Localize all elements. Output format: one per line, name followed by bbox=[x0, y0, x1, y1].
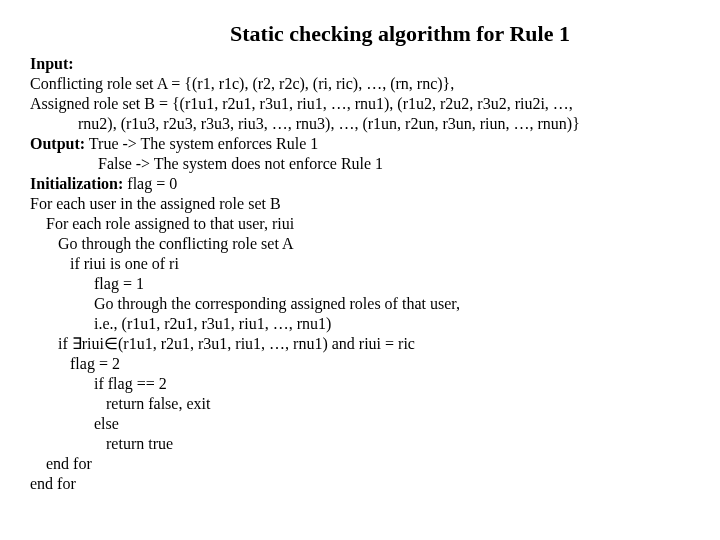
input-label: Input: bbox=[30, 54, 690, 74]
init-label: Initialization: bbox=[30, 175, 123, 192]
initialization-line: Initialization: flag = 0 bbox=[30, 174, 690, 194]
line-return-false: return false, exit bbox=[30, 394, 690, 414]
line-return-true: return true bbox=[30, 434, 690, 454]
assigned-set-line1: Assigned role set B = {(r1u1, r2u1, r3u1… bbox=[30, 94, 690, 114]
line-for-user: For each user in the assigned role set B bbox=[30, 194, 690, 214]
line-endfor-inner: end for bbox=[30, 454, 690, 474]
line-else: else bbox=[30, 414, 690, 434]
conflicting-set: Conflicting role set A = {(r1, r1c), (r2… bbox=[30, 74, 690, 94]
line-if-riui: if riui is one of ri bbox=[30, 254, 690, 274]
line-go-through-a: Go through the conflicting role set A bbox=[30, 234, 690, 254]
output-true: True -> The system enforces Rule 1 bbox=[89, 135, 318, 152]
algorithm-body: Input: Conflicting role set A = {(r1, r1… bbox=[30, 54, 690, 494]
init-value: flag = 0 bbox=[123, 175, 177, 192]
line-if-exists: if ∃riui∈(r1u1, r2u1, r3u1, riu1, …, rnu… bbox=[30, 334, 690, 354]
line-flag2: flag = 2 bbox=[30, 354, 690, 374]
assigned-set-line2: rnu2), (r1u3, r2u3, r3u3, riu3, …, rnu3)… bbox=[30, 114, 690, 134]
output-line: Output: True -> The system enforces Rule… bbox=[30, 134, 690, 154]
output-false: False -> The system does not enforce Rul… bbox=[30, 154, 690, 174]
line-ie-tuple: i.e., (r1u1, r2u1, r3u1, riu1, …, rnu1) bbox=[30, 314, 690, 334]
line-for-role: For each role assigned to that user, riu… bbox=[30, 214, 690, 234]
line-go-through-assigned: Go through the corresponding assigned ro… bbox=[30, 294, 690, 314]
output-label: Output: bbox=[30, 135, 85, 152]
page-title: Static checking algorithm for Rule 1 bbox=[110, 20, 690, 48]
line-if-flag2: if flag == 2 bbox=[30, 374, 690, 394]
line-flag1: flag = 1 bbox=[30, 274, 690, 294]
line-endfor-outer: end for bbox=[30, 474, 690, 494]
